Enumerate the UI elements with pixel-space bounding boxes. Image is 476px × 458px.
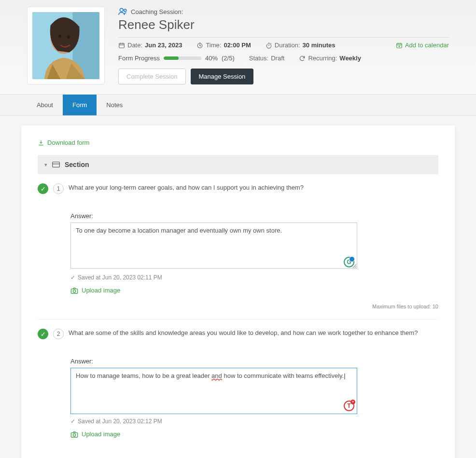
upload-image-label: Upload image — [82, 287, 120, 294]
question-text: What are your long-term career goals, an… — [69, 183, 304, 193]
recurring-label: Recurring: — [308, 55, 337, 62]
time-value: 02:00 PM — [224, 42, 251, 49]
max-files-value: 10 — [433, 304, 438, 309]
session-header: Coaching Session: Renee Spiker Date: Jun… — [0, 0, 476, 94]
svg-rect-11 — [53, 162, 60, 167]
date-value: Jun 23, 2023 — [145, 42, 182, 49]
calendar-add-icon — [396, 42, 403, 49]
answer-textarea[interactable]: How to manage teams, how to be a great l… — [70, 368, 357, 414]
progress-fraction: (2/5) — [222, 55, 235, 62]
check-icon: ✓ — [38, 329, 48, 339]
refresh-icon — [299, 55, 306, 62]
status-value: Draft — [271, 55, 284, 62]
upload-image-link[interactable]: Upload image — [70, 287, 438, 294]
clock-icon — [196, 42, 203, 49]
download-icon — [38, 139, 44, 146]
date-label: Date: — [127, 42, 142, 49]
recurring-value: Weekly — [339, 55, 361, 62]
answer-textarea[interactable] — [70, 222, 357, 269]
tab-notes[interactable]: Notes — [97, 95, 132, 115]
saved-timestamp: Saved at Jun 20, 2023 02:12 PM — [78, 418, 162, 425]
session-type-label: Coaching Session: — [131, 8, 183, 15]
svg-rect-7 — [119, 43, 125, 47]
upload-image-link[interactable]: Upload image — [70, 430, 438, 438]
checkmark-icon: ✓ — [70, 274, 75, 281]
tab-form[interactable]: Form — [63, 95, 97, 115]
calendar-icon — [118, 42, 125, 49]
camera-icon — [70, 287, 78, 294]
check-icon: ✓ — [38, 183, 48, 194]
text-caret: | — [344, 372, 345, 379]
svg-point-5 — [120, 8, 123, 12]
answer-label: Answer: — [70, 212, 438, 220]
text-assist-icon[interactable]: T — [344, 401, 354, 411]
max-files-label: Maximum files to upload: — [372, 304, 431, 309]
download-form-link[interactable]: Download form — [38, 139, 438, 146]
question-number: 1 — [53, 183, 64, 194]
camera-icon — [70, 431, 78, 438]
duration-value: 30 minutes — [303, 42, 336, 49]
progress-label: Form Progress — [118, 55, 160, 62]
people-icon — [118, 7, 128, 16]
tabs-bar: About Form Notes — [0, 94, 476, 116]
add-calendar-label: Add to calendar — [405, 42, 449, 49]
answer-label: Answer: — [70, 358, 438, 365]
status-label: Status: — [249, 55, 268, 62]
complete-session-button: Complete Session — [118, 69, 186, 84]
question-text: What are some of the skills and knowledg… — [69, 328, 418, 338]
time-label: Time: — [206, 42, 221, 49]
svg-point-6 — [124, 9, 126, 12]
upload-image-label: Upload image — [82, 430, 120, 438]
question-block: ✓ 1 What are your long-term career goals… — [38, 183, 438, 319]
manage-session-button[interactable]: Manage Session — [191, 69, 254, 84]
svg-point-3 — [58, 34, 61, 38]
chevron-down-icon[interactable]: ▾ — [44, 162, 47, 168]
add-to-calendar-link[interactable]: Add to calendar — [396, 42, 449, 49]
question-number: 2 — [53, 329, 64, 339]
form-card: Download form ▾ Section ✓ 1 What are you… — [21, 125, 455, 458]
download-form-label: Download form — [47, 139, 89, 146]
stopwatch-icon — [266, 42, 272, 49]
svg-point-9 — [266, 43, 271, 48]
svg-point-4 — [67, 35, 70, 39]
svg-point-13 — [73, 290, 75, 292]
avatar-container — [27, 7, 105, 84]
checkmark-icon: ✓ — [70, 418, 75, 425]
duration-label: Duration: — [275, 42, 300, 49]
svg-point-15 — [73, 433, 75, 436]
grammarly-icon[interactable]: G — [344, 257, 354, 267]
progress-percent: 40% — [205, 55, 218, 62]
question-block: ✓ 2 What are some of the skills and know… — [38, 328, 438, 447]
avatar — [32, 12, 99, 79]
section-icon — [52, 162, 60, 167]
svg-rect-10 — [397, 43, 402, 47]
section-title: Section — [65, 161, 89, 168]
person-name: Renee Spiker — [118, 17, 449, 32]
tab-about[interactable]: About — [27, 95, 63, 115]
saved-timestamp: Saved at Jun 20, 2023 02:11 PM — [78, 274, 162, 281]
section-header: ▾ Section — [38, 155, 438, 174]
progress-bar — [164, 56, 201, 60]
